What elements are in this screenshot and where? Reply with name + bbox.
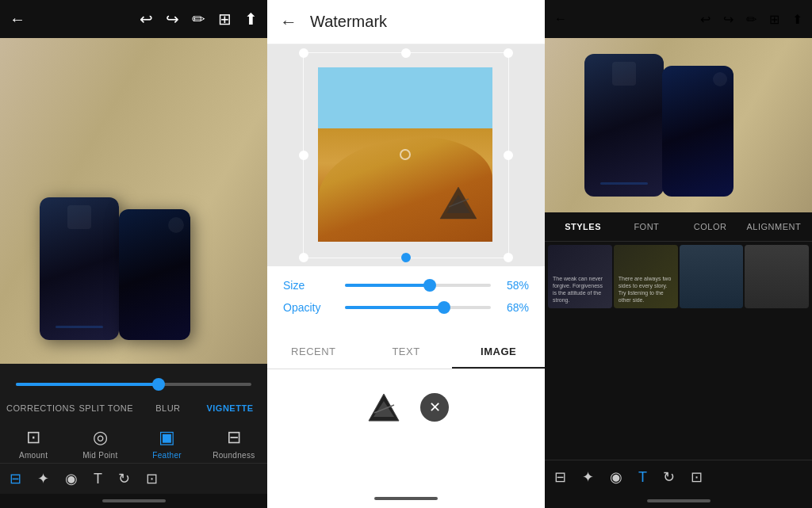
tab-font[interactable]: FONT [615,219,678,235]
midpoint-label: Mid Point [82,451,117,460]
handle-top-center[interactable] [401,48,411,58]
layers-icon-right[interactable]: ⊞ [769,12,779,27]
right-nav-adjust[interactable]: ⊟ [554,468,566,486]
size-slider-thumb[interactable] [423,279,436,292]
center-handle[interactable] [400,149,411,160]
amount-icon: ⊡ [26,427,40,448]
tab-recent[interactable]: RECENT [267,336,360,369]
right-photo [545,38,812,212]
handle-bottom-right[interactable] [504,253,513,262]
handle-top-left[interactable] [299,48,308,58]
midpoint-icon: ◎ [93,427,108,448]
amount-label: Amount [19,451,48,460]
opacity-pct: 68% [497,301,529,314]
left-slider-track[interactable] [16,383,251,386]
tool-feather[interactable]: ▣ Feather [134,427,201,460]
handle-top-right[interactable] [504,48,513,58]
back-icon-right[interactable]: ← [554,12,567,26]
size-slider-bar[interactable] [345,284,491,287]
phone-1-left [40,197,119,340]
handle-middle-left[interactable] [299,151,308,160]
tab-split-tone[interactable]: SPLIT TONE [75,399,137,418]
left-slider-fill [16,383,157,386]
roundness-icon: ⊟ [227,427,241,448]
remove-watermark-btn[interactable]: ✕ [420,393,449,422]
layers-icon-left[interactable]: ⊞ [218,10,232,29]
edit-icon-left[interactable]: ✏ [192,10,205,29]
left-image-area [0,38,267,364]
back-icon-center[interactable]: ← [280,12,297,32]
watermark-frame[interactable] [303,52,509,258]
feather-label: Feather [152,451,182,460]
style-card-4[interactable] [745,245,809,308]
size-slider-fill [345,284,430,287]
nav-text-icon[interactable]: T [94,471,102,487]
close-icon: ✕ [429,399,441,416]
phone-1-right [584,54,664,197]
redo-icon-left[interactable]: ↪ [166,10,179,29]
share-icon-right[interactable]: ⬆ [792,12,802,27]
style-card-2-text: There are always two sides to every stor… [619,275,673,304]
left-top-bar: ← ↩ ↪ ✏ ⊞ ⬆ [0,0,267,38]
center-header: ← Watermark [267,0,545,44]
tab-blur[interactable]: BLUR [137,399,199,418]
right-nav-eye[interactable]: ◉ [610,468,622,486]
tab-color[interactable]: COLOR [679,219,742,235]
style-card-1-text: The weak can never forgive. Forgiveness … [553,275,607,304]
opacity-slider-row: Opacity 68% [283,301,529,314]
right-nav-export[interactable]: ⊡ [691,468,703,486]
right-top-bar: ← ↩ ↪ ✏ ⊞ ⬆ [545,0,812,38]
tab-alignment[interactable]: ALIGNMENT [742,219,806,235]
feather-icon: ▣ [159,427,175,448]
tool-midpoint[interactable]: ◎ Mid Point [67,427,133,460]
nav-history-icon[interactable]: ↻ [118,470,130,487]
phone-2-right [662,66,733,197]
tab-image[interactable]: IMAGE [452,336,545,369]
back-icon-left[interactable]: ← [10,10,25,29]
center-home-indicator [267,489,545,508]
redo-icon-right[interactable]: ↪ [723,12,733,27]
right-nav-heal[interactable]: ✦ [582,468,594,486]
left-bottom-nav: ⊟ ✦ ◉ T ↻ ⊡ [0,463,267,494]
tab-text[interactable]: TEXT [360,336,453,369]
center-home-bar [374,497,438,500]
right-panel: ← ↩ ↪ ✏ ⊞ ⬆ STYLES FONT COLOR ALIGNMENT … [545,0,812,508]
style-card-1[interactable]: The weak can never forgive. Forgiveness … [548,245,612,308]
opacity-slider-thumb[interactable] [438,301,450,314]
style-card-3[interactable] [680,245,744,308]
handle-middle-right[interactable] [504,151,513,160]
left-slider-thumb[interactable] [152,378,165,391]
left-bottom-controls: CORRECTIONS SPLIT TONE BLUR VIGNETTE ⊡ A… [0,364,267,508]
left-tools-row: ⊡ Amount ◎ Mid Point ▣ Feather ⊟ Roundne… [0,421,267,463]
undo-icon-left[interactable]: ↩ [140,10,153,29]
style-card-2[interactable]: There are always two sides to every stor… [614,245,678,308]
nav-export-icon[interactable]: ⊡ [146,470,158,487]
handle-bottom-center[interactable] [401,253,411,262]
roundness-label: Roundness [213,451,255,460]
right-nav-history[interactable]: ↻ [663,468,675,486]
right-home-indicator [545,494,812,508]
nav-eye-icon[interactable]: ◉ [65,470,78,487]
opacity-slider-bar[interactable] [345,306,491,309]
share-icon-left[interactable]: ⬆ [244,10,258,29]
left-home-bar [102,499,166,502]
right-nav-text[interactable]: T [638,469,647,486]
edit-icon-right[interactable]: ✏ [746,12,756,27]
watermark-logo-btn[interactable] [363,387,404,428]
size-label: Size [283,279,339,292]
left-photo [0,38,267,364]
tool-roundness[interactable]: ⊟ Roundness [201,427,267,460]
tool-amount[interactable]: ⊡ Amount [0,427,67,460]
right-image-area [545,38,812,212]
right-bottom-nav: ⊟ ✦ ◉ T ↻ ⊡ [545,460,812,494]
tab-corrections[interactable]: CORRECTIONS [6,399,75,418]
nav-heal-icon[interactable]: ✦ [37,470,49,487]
nav-adjust-icon[interactable]: ⊟ [10,470,21,487]
opacity-slider-fill [345,306,444,309]
tab-vignette[interactable]: VIGNETTE [199,399,261,418]
tab-styles[interactable]: STYLES [551,219,615,235]
style-grid: The weak can never forgive. Forgiveness … [545,242,812,311]
undo-icon-right[interactable]: ↩ [700,12,710,27]
right-home-bar [647,499,710,502]
handle-bottom-left[interactable] [299,253,308,262]
